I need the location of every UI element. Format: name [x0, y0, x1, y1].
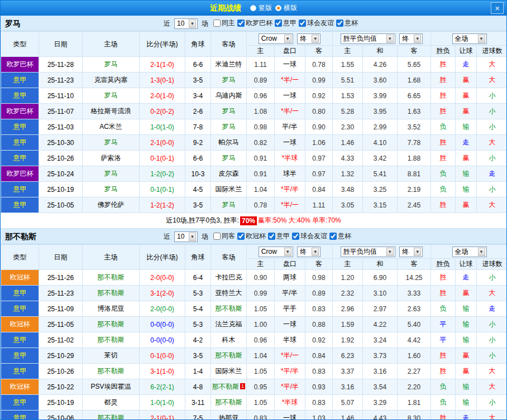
checkbox-label: 意甲 [276, 231, 290, 241]
filter-checkbox-意杯[interactable]: 意杯 [329, 231, 351, 241]
col-header-away: 客场 [211, 32, 247, 57]
checkbox-input[interactable] [292, 233, 299, 240]
cell-competition: 意甲 [1, 301, 39, 317]
cell-result: 胜 [431, 286, 456, 301]
cell-home-team: 那不勒斯 [83, 270, 140, 286]
cell-competition: 欧罗巴杯 [1, 166, 39, 182]
cell-score: 2-0(1-0) [140, 88, 185, 104]
scope-select[interactable]: 全场▼ [452, 33, 487, 44]
filter-checkbox-意甲[interactable]: 意甲 [275, 18, 296, 28]
filter-checkbox-球会友谊[interactable]: 球会友谊 [299, 18, 334, 28]
cell-home-team: 格拉斯哥流浪 [83, 104, 140, 119]
odds-time-select[interactable]: 终▼ [297, 247, 321, 257]
filter-checkbox-欧冠杯[interactable]: 欧冠杯 [237, 231, 266, 241]
col-header-type: 类型 [1, 245, 39, 270]
cell-result: 负 [431, 379, 456, 395]
cell-avg-home: 3.16 [333, 379, 363, 395]
bookmaker-select[interactable]: Crow▼ [259, 247, 293, 257]
radio-label-text: 竖版 [259, 3, 272, 13]
cell-goals-result: 大 [477, 57, 507, 73]
filter-checkbox-欧罗巴杯[interactable]: 欧罗巴杯 [237, 18, 272, 28]
filter-checkbox-意甲[interactable]: 意甲 [268, 231, 290, 241]
cell-corners: 6-6 [185, 57, 211, 73]
cell-odds-line: *半/一 [275, 104, 305, 119]
checkbox-input[interactable] [237, 233, 245, 240]
cell-avg-draw: 3.73 [363, 348, 398, 364]
scope-select[interactable]: 全场▼ [452, 247, 487, 257]
match-count-select[interactable]: 10▼ [174, 231, 198, 242]
avg-select[interactable]: 胜平负均值▼ [341, 247, 395, 257]
cell-odds-home: 0.83 [247, 411, 275, 420]
cell-home-team: 罗马 [83, 57, 140, 73]
close-button[interactable]: × [491, 2, 504, 14]
orientation-radio-horizontal[interactable]: 横版 [275, 3, 297, 13]
checkbox-input[interactable] [299, 20, 306, 27]
cell-score: 0-1(0-1) [140, 182, 185, 197]
cell-odds-line: *半球 [275, 395, 305, 411]
cell-home-team: 那不勒斯 [83, 332, 140, 348]
filters: 近 10▼ 场 同主欧罗巴杯意甲球会友谊意杯 [164, 16, 506, 31]
cell-goals-result: 大 [477, 286, 507, 301]
cell-odds-away: 0.83 [305, 301, 333, 317]
cell-away-team: 卡拉巴克 [211, 270, 247, 286]
cell-result: 胜 [431, 73, 456, 88]
checkbox-input[interactable] [237, 20, 245, 27]
avg-select[interactable]: 胜平负均值▼ [341, 33, 395, 44]
bookmaker-select[interactable]: Crow▼ [259, 33, 293, 44]
cell-handicap-result: 走 [456, 135, 477, 151]
cell-odds-away: 0.78 [305, 57, 333, 73]
checkbox-input[interactable] [268, 233, 275, 240]
checkbox-input[interactable] [329, 233, 337, 240]
col-header-handicap: 让球 [456, 259, 477, 270]
cell-away-team: 法兰克福 [211, 317, 247, 332]
odds-time-select[interactable]: 终▼ [297, 33, 321, 44]
cell-odds-away: 0.83 [305, 364, 333, 379]
cell-avg-away: 1.81 [398, 395, 431, 411]
cell-away-team: 国际米兰 [211, 182, 247, 197]
cell-avg-draw: 3.42 [363, 151, 398, 166]
col-header-home: 主场 [83, 245, 140, 270]
checkbox-input[interactable] [275, 20, 282, 27]
filter-checkbox-同主[interactable]: 同主 [213, 18, 235, 28]
cell-odds-away: 0.84 [305, 182, 333, 197]
checkbox-input[interactable] [213, 233, 221, 240]
match-row: 意甲25-10-30罗马2-1(0-0)9-2帕尔马0.82一球1.061.46… [1, 135, 507, 151]
match-count-select[interactable]: 10▼ [174, 18, 198, 29]
cell-handicap-result: 赢 [456, 364, 477, 379]
cell-avg-away: 3.33 [398, 286, 431, 301]
avg-group-header: 胜平负均值▼ 终▼ [333, 32, 431, 46]
cell-score: 0-0(0-0) [140, 332, 185, 348]
avg-time-select[interactable]: 终▼ [399, 33, 423, 44]
checkbox-input[interactable] [213, 20, 221, 27]
cell-handicap-result: 输 [456, 379, 477, 395]
cell-corners: 6-6 [185, 151, 211, 166]
cell-odds-line: 一球 [275, 411, 305, 420]
cell-competition: 意甲 [1, 119, 39, 135]
cell-avg-home: 1.92 [333, 332, 363, 348]
cell-odds-line: 球半 [275, 166, 305, 182]
cell-avg-draw: 4.26 [363, 57, 398, 73]
col-header-goals: 进球数 [477, 259, 507, 270]
filter-checkbox-球会友谊[interactable]: 球会友谊 [292, 231, 327, 241]
avg-time-select[interactable]: 终▼ [399, 247, 423, 257]
col-header-date: 日期 [39, 32, 83, 57]
cell-goals-result: 小 [477, 317, 507, 332]
cell-corners: 4-8 [185, 379, 211, 395]
cell-date: 25-11-02 [39, 332, 83, 348]
cell-date: 25-10-22 [39, 379, 83, 395]
filter-checkbox-同客[interactable]: 同客 [213, 231, 235, 241]
checkbox-label: 球会友谊 [307, 18, 334, 28]
radio-icon [275, 5, 281, 11]
cell-home-team: 罗马 [83, 88, 140, 104]
dropdown-arrow-icon: ▼ [478, 35, 485, 43]
cell-date: 25-10-26 [39, 151, 83, 166]
header-row-top: 类型 日期 主场 比分(半场) 角球 客场 Crow▼ 终▼ 胜平负均值▼ 终▼ [1, 245, 507, 259]
orientation-radio-vertical[interactable]: 竖版 [250, 3, 272, 13]
cell-odds-away: 0.97 [305, 166, 333, 182]
cell-goals-result: 大 [477, 197, 507, 213]
cell-away-team: 罗马 [211, 104, 247, 119]
filter-checkbox-意杯[interactable]: 意杯 [336, 18, 358, 28]
checkbox-input[interactable] [336, 20, 343, 27]
cell-avg-draw: 3.54 [363, 379, 398, 395]
cell-date: 25-11-23 [39, 286, 83, 301]
